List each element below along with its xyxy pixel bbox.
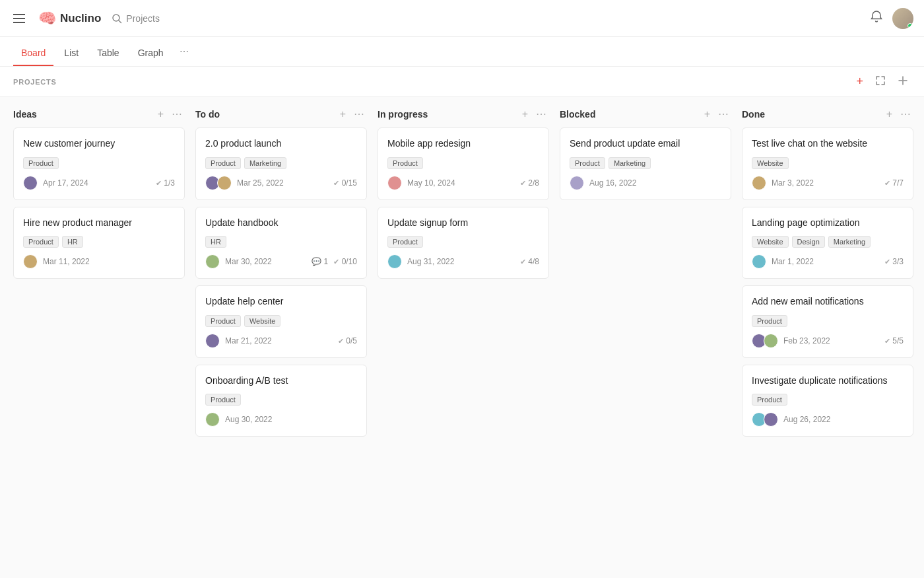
nav-right: [870, 8, 913, 29]
card-footer: Aug 30, 2022: [205, 412, 357, 427]
card-inprogress-0[interactable]: Mobile app redesignProductMay 10, 2024✔ …: [378, 127, 549, 200]
card-tag: Product: [387, 236, 423, 248]
card-avatar: [764, 412, 778, 427]
card-date: Mar 30, 2022: [225, 257, 272, 266]
check-icon: ✔: [520, 258, 526, 266]
card-tag: Product: [570, 157, 605, 169]
card-title: 2.0 product launch: [205, 137, 357, 151]
card-meta: 💬 1✔ 0/10: [312, 257, 357, 266]
card-tags: Product: [752, 315, 904, 327]
card-check-count: ✔ 3/3: [884, 257, 904, 266]
card-tags: ProductMarketing: [205, 157, 357, 169]
card-done-3[interactable]: Investigate duplicate notificationsProdu…: [742, 365, 913, 437]
column-header-blocked: Blocked+⋯: [560, 108, 731, 121]
column-done: Done+⋯Test live chat on the websiteWebsi…: [742, 108, 913, 443]
card-inprogress-1[interactable]: Update signup formProductAug 31, 2022✔ 4…: [378, 207, 549, 279]
column-actions-blocked: +⋯: [702, 108, 731, 121]
svg-line-1: [119, 20, 121, 23]
card-avatars: [205, 254, 220, 269]
add-card-button-done[interactable]: +: [884, 108, 895, 121]
column-more-button-blocked[interactable]: ⋯: [715, 108, 731, 121]
menu-button[interactable]: [11, 11, 28, 26]
card-todo-1[interactable]: Update handbookHRMar 30, 2022💬 1✔ 0/10: [195, 207, 367, 279]
tab-list[interactable]: List: [56, 38, 86, 66]
add-card-button-ideas[interactable]: +: [155, 108, 166, 121]
add-card-button-blocked[interactable]: +: [702, 108, 713, 121]
card-date: Aug 31, 2022: [407, 257, 454, 266]
card-date: Mar 21, 2022: [225, 336, 272, 345]
card-done-1[interactable]: Landing page optimizationWebsiteDesignMa…: [742, 207, 913, 279]
search-area[interactable]: Projects: [112, 13, 160, 24]
card-tag: Product: [387, 157, 423, 169]
card-title: Update signup form: [387, 217, 539, 230]
card-avatars: [387, 254, 402, 269]
add-card-button-todo[interactable]: +: [337, 108, 348, 121]
card-avatars: [205, 412, 220, 427]
card-title: Mobile app redesign: [387, 137, 539, 151]
column-ideas: Ideas+⋯New customer journeyProductApr 17…: [13, 108, 185, 285]
expand-button[interactable]: [873, 74, 888, 90]
card-ideas-1[interactable]: Hire new product managerProductHRMar 11,…: [13, 207, 185, 279]
card-meta: ✔ 3/3: [884, 257, 904, 266]
card-todo-2[interactable]: Update help centerProductWebsiteMar 21, …: [195, 285, 367, 358]
tab-table[interactable]: Table: [89, 38, 127, 66]
card-title: New customer journey: [23, 137, 175, 151]
card-title: Test live chat on the website: [752, 137, 904, 151]
card-footer: Aug 16, 2022: [570, 176, 721, 190]
add-column-button[interactable]: +: [853, 73, 866, 90]
column-more-button-todo[interactable]: ⋯: [351, 108, 367, 121]
card-tags: Product: [387, 157, 539, 169]
card-done-0[interactable]: Test live chat on the websiteWebsiteMar …: [742, 127, 913, 200]
card-footer: Feb 23, 2022✔ 5/5: [752, 334, 904, 348]
card-meta: ✔ 2/8: [520, 178, 539, 188]
card-check-count: ✔ 0/15: [333, 178, 357, 188]
card-footer: May 10, 2024✔ 2/8: [387, 176, 539, 190]
card-date: Aug 16, 2022: [589, 178, 636, 188]
card-footer: Aug 31, 2022✔ 4/8: [387, 254, 539, 269]
collapse-button[interactable]: [895, 74, 911, 90]
column-todo: To do+⋯2.0 product launchProductMarketin…: [195, 108, 367, 443]
card-blocked-0[interactable]: Send product update emailProductMarketin…: [560, 127, 731, 200]
card-avatars: [752, 334, 778, 348]
expand-icon: [875, 75, 886, 86]
column-title-inprogress: In progress: [378, 109, 515, 120]
card-done-2[interactable]: Add new email notificationsProductFeb 23…: [742, 285, 913, 358]
comment-icon: 💬: [312, 257, 321, 266]
tab-board[interactable]: Board: [13, 38, 53, 66]
card-footer: Aug 26, 2022: [752, 412, 904, 427]
column-more-button-inprogress[interactable]: ⋯: [533, 108, 549, 121]
notifications-button[interactable]: [870, 10, 883, 26]
card-title: Investigate duplicate notifications: [752, 375, 904, 388]
card-comment-count: 💬 1: [312, 257, 328, 266]
search-label: Projects: [126, 13, 160, 24]
column-title-todo: To do: [195, 109, 333, 120]
card-check-count: ✔ 5/5: [884, 336, 904, 345]
add-card-button-inprogress[interactable]: +: [519, 108, 531, 121]
card-avatar: [217, 176, 232, 190]
tab-graph[interactable]: Graph: [130, 38, 172, 66]
column-more-button-done[interactable]: ⋯: [898, 108, 913, 121]
card-check-count: ✔ 2/8: [520, 178, 539, 188]
logo-text: Nuclino: [60, 12, 101, 25]
card-date: Mar 25, 2022: [237, 178, 284, 188]
column-more-button-ideas[interactable]: ⋯: [169, 108, 185, 121]
card-ideas-0[interactable]: New customer journeyProductApr 17, 2024✔…: [13, 127, 185, 200]
card-footer: Mar 21, 2022✔ 0/5: [205, 334, 357, 348]
card-meta: ✔ 0/15: [333, 178, 357, 188]
card-title: Update handbook: [205, 217, 357, 230]
card-avatars: [205, 176, 232, 190]
card-tag: Design: [792, 236, 825, 248]
card-todo-3[interactable]: Onboarding A/B testProductAug 30, 2022: [195, 365, 367, 437]
top-nav: 🧠 Nuclino Projects: [0, 0, 924, 37]
column-header-todo: To do+⋯: [195, 108, 367, 121]
check-icon: ✔: [520, 179, 526, 187]
card-avatar: [205, 412, 220, 427]
card-tags: ProductWebsite: [205, 315, 357, 327]
logo[interactable]: 🧠 Nuclino: [38, 10, 101, 27]
card-avatars: [23, 254, 38, 269]
card-avatar: [387, 254, 402, 269]
card-todo-0[interactable]: 2.0 product launchProductMarketingMar 25…: [195, 127, 367, 200]
user-avatar[interactable]: [892, 8, 913, 29]
tab-more-button[interactable]: ⋯: [174, 37, 194, 66]
card-title: Onboarding A/B test: [205, 375, 357, 388]
